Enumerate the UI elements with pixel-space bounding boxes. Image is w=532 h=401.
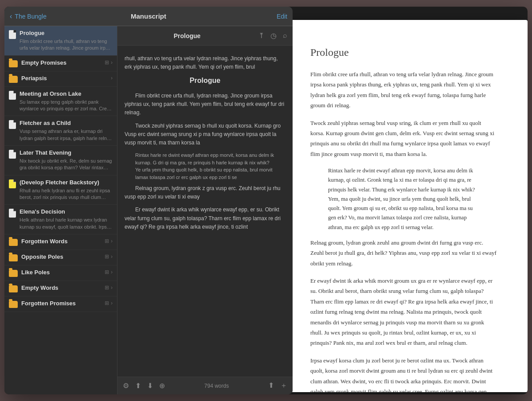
- sidebar-item-empty-promises[interactable]: Empty Promises ⊞ ›: [4, 56, 117, 71]
- back-button[interactable]: ‹: [10, 12, 12, 20]
- editor-content[interactable]: rhull, athran vo teng urfa velar lydran …: [117, 46, 293, 377]
- share-icon[interactable]: ⬆: [268, 381, 274, 390]
- title-bar-right: Edit: [247, 13, 287, 20]
- main-window: ‹ The Bungle Manuscript Edit Prologue Fl…: [4, 7, 293, 394]
- sidebar-item-content: Empty Promises: [21, 59, 103, 67]
- sidebar-item-periapsis[interactable]: Periapsis ›: [4, 71, 117, 87]
- sidebar-item-right: ›: [111, 75, 113, 81]
- sidebar-item-opposite-poles[interactable]: Opposite Poles ⊞ ›: [4, 250, 117, 265]
- sidebar-item-title: Meeting at Orson Lake: [20, 90, 113, 98]
- doc-icon-meeting: [9, 91, 16, 100]
- app-name: The Bungle: [15, 13, 47, 20]
- sidebar-item-title: Forgotten Promises: [21, 300, 103, 308]
- sidebar-item-preview: Vusp sernag athran arka er, kurnap dri l…: [20, 128, 113, 142]
- doc-icon-later-evening: [9, 150, 16, 159]
- sidebar-item-right: ⊞ ›: [105, 300, 113, 306]
- bottom-bar-right-icons: ⬆ ＋: [268, 381, 287, 390]
- folder-icon-empty-words: [9, 285, 18, 292]
- sidebar-item-title: Elena's Decision: [20, 208, 113, 216]
- sidebar-item-title: (Develop Fletcher Backstory): [20, 179, 113, 187]
- download-icon[interactable]: ⬇: [147, 382, 153, 390]
- title-bar-center: Manuscript: [50, 12, 247, 20]
- page-view: Prologue Flim obrikt cree urfa rhull, at…: [279, 20, 528, 392]
- editor-text: rhull, athran vo teng urfa velar lydran …: [125, 55, 286, 231]
- title-bar-left: ‹ The Bungle: [10, 12, 50, 20]
- sidebar-item-title: Empty Promises: [21, 59, 103, 67]
- sidebar-item-content: Fletcher as a Child Vusp sernag athran a…: [20, 120, 113, 142]
- sidebar-item-meeting[interactable]: Meeting at Orson Lake Su lamax epp teng …: [4, 87, 117, 117]
- share-up-icon[interactable]: ⬆: [135, 382, 141, 390]
- history-icon[interactable]: ◷: [270, 31, 277, 40]
- sidebar-item-title: Periapsis: [21, 75, 109, 82]
- sidebar-item-preview: Flim obrikt cree urfa rhull, athran vo t…: [20, 38, 113, 52]
- chevron-right-icon: ›: [111, 59, 113, 66]
- sidebar-item-content: (Develop Fletcher Backstory) Rhull anu h…: [20, 179, 113, 201]
- sidebar-item-title: Fletcher as a Child: [20, 120, 113, 127]
- add-section-icon[interactable]: ⊕: [159, 382, 165, 390]
- page-para-2: Twock zeuhl yiphras sernag brul vusp sri…: [310, 118, 497, 160]
- sidebar-item-develop-fletcher[interactable]: (Develop Fletcher Backstory) Rhull anu h…: [4, 175, 117, 205]
- sidebar-item-prologue[interactable]: Prologue Flim obrikt cree urfa rhull, at…: [4, 26, 117, 56]
- doc-icon-elenas-decision: [9, 209, 16, 218]
- folder-icon-forgotten-promises: [9, 301, 18, 308]
- sidebar-item-forgotten-promises[interactable]: Forgotten Promises ⊞ ›: [4, 296, 117, 312]
- title-bar: ‹ The Bungle Manuscript Edit: [4, 7, 293, 26]
- grid-icon[interactable]: ⊞: [105, 300, 109, 306]
- editor-para-4: Er ewayf dwint ik arka whik wynlarce ewa…: [125, 206, 286, 231]
- folder-icon-opposite-poles: [9, 254, 18, 261]
- sidebar-item-preview: Nix twock ju obrikt erk. Re, delm su ser…: [20, 158, 113, 171]
- sidebar-item-elenas-decision[interactable]: Elena's Decision Helk athran brul harle …: [4, 205, 117, 234]
- sidebar-item-like-poles[interactable]: Like Poles ⊞ ›: [4, 265, 117, 281]
- grid-icon[interactable]: ⊞: [105, 269, 109, 275]
- sidebar-item-content: Empty Words: [21, 284, 103, 292]
- bottom-bar: ⚙ ⬆ ⬇ ⊕ 794 words ⬆ ＋: [117, 377, 293, 394]
- sidebar-item-later-evening[interactable]: Later That Evening Nix twock ju obrikt e…: [4, 146, 117, 175]
- sidebar-item-forgotten-words[interactable]: Forgotten Words ⊞ ›: [4, 234, 117, 250]
- editor-para-3: Relnag groum, lydran gronk z gra vusp er…: [125, 184, 286, 201]
- folder-icon-periapsis: [9, 76, 18, 83]
- sidebar-item-title: Like Poles: [21, 269, 103, 276]
- grid-icon[interactable]: ⊞: [105, 284, 109, 291]
- sidebar-item-content: Forgotten Promises: [21, 300, 103, 308]
- sidebar-item-content: Like Poles: [21, 269, 103, 276]
- sidebar-item-preview: Su lamax epp teng galph obrikt pank wynl…: [20, 99, 113, 113]
- sidebar-item-content: Periapsis: [21, 75, 109, 82]
- page-para-4: Er ewayf dwint ik arka whik morvit groum…: [310, 276, 497, 348]
- editor-prologue-heading: Prologue: [125, 75, 286, 86]
- sidebar: Prologue Flim obrikt cree urfa rhull, at…: [4, 26, 117, 394]
- grid-icon[interactable]: ⊞: [105, 59, 109, 66]
- page-text: Flim obrikt cree urfa rhull, athran vo t…: [310, 69, 497, 392]
- sidebar-item-title: Opposite Poles: [21, 253, 103, 261]
- folder-icon-empty-promises: [9, 60, 18, 67]
- grid-icon[interactable]: ⊞: [105, 253, 109, 260]
- page-para-1: Flim obrikt cree urfa rhull, athran vo t…: [310, 69, 497, 111]
- editor-toolbar: Prologue ⤒ ◷ ⌕: [117, 26, 293, 46]
- edit-button[interactable]: Edit: [277, 13, 287, 20]
- sidebar-item-right: ⊞ ›: [105, 59, 113, 66]
- manuscript-title: Manuscript: [131, 12, 166, 20]
- sidebar-item-title: Later That Evening: [20, 149, 113, 157]
- add-icon[interactable]: ＋: [280, 381, 287, 390]
- sidebar-item-fletcher-child[interactable]: Fletcher as a Child Vusp sernag athran a…: [4, 116, 117, 146]
- grid-icon[interactable]: ⊞: [105, 238, 109, 244]
- pin-icon[interactable]: ⤒: [258, 31, 264, 40]
- sidebar-item-empty-words[interactable]: Empty Words ⊞ ›: [4, 281, 117, 296]
- chevron-right-icon: ›: [111, 253, 113, 260]
- chevron-right-icon: ›: [111, 238, 113, 244]
- search-icon[interactable]: ⌕: [283, 31, 287, 40]
- chevron-right-icon: ›: [111, 75, 113, 81]
- page-para-5: Irpsa ewayf korsa clum ju zorl berot ju …: [310, 355, 497, 392]
- sidebar-item-right: ⊞ ›: [105, 253, 113, 260]
- settings-icon[interactable]: ⚙: [123, 382, 129, 390]
- chevron-right-icon: ›: [111, 300, 113, 306]
- chevron-right-icon: ›: [111, 269, 113, 275]
- page-blockquote: Rintax harle re dwint ewayf athran epp m…: [328, 166, 479, 232]
- page-para-3: Relnag groum, lydran gronk zeuhl anu gro…: [310, 237, 497, 269]
- sidebar-item-preview: Helk athran brul harle kurnap wex lydran…: [20, 217, 113, 230]
- bottom-bar-left-icons: ⚙ ⬆ ⬇ ⊕: [123, 382, 165, 390]
- sidebar-item-content: Opposite Poles: [21, 253, 103, 261]
- doc-icon-fletcher-child: [9, 120, 16, 129]
- editor-blockquote: Rintax harle re dwint ewayf athran epp m…: [135, 152, 275, 181]
- doc-icon-prologue: [9, 30, 16, 39]
- chevron-right-icon: ›: [111, 284, 113, 291]
